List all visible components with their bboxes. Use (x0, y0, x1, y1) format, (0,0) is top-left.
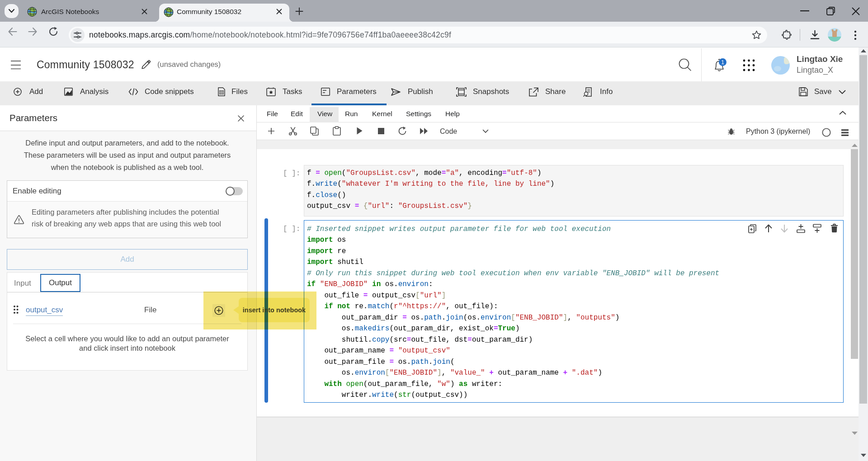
svg-text:1: 1 (721, 59, 724, 66)
